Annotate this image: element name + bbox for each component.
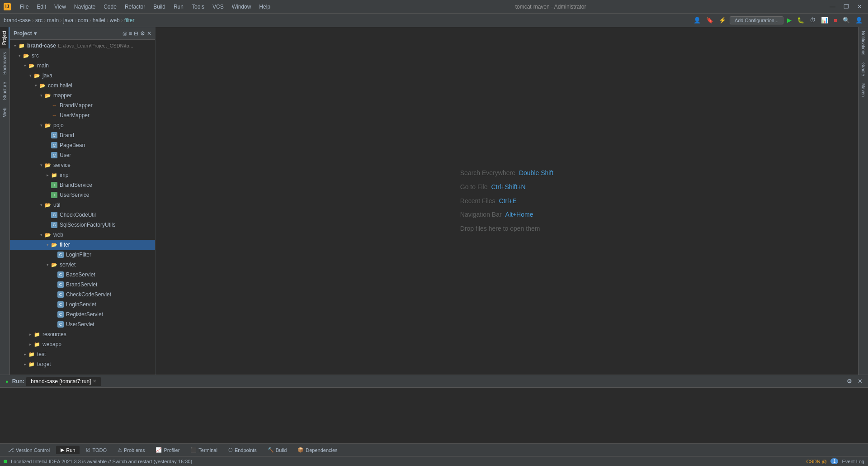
tree-item-brand-service[interactable]: ▸ I BrandService [10, 180, 155, 190]
add-configuration-button[interactable]: Add Configuration... [730, 16, 783, 24]
tree-item-filter[interactable]: ▾ 📂 filter [10, 240, 155, 250]
minimize-button[interactable]: — [827, 2, 838, 11]
sidebar-tab-web[interactable]: Web [0, 104, 9, 120]
tree-item-login-filter[interactable]: ▸ C LoginFilter [10, 250, 155, 260]
right-tab-notifications[interactable]: Notifications [859, 27, 868, 59]
collapse-all-button[interactable]: ⊟ [134, 30, 138, 37]
breadcrumb-brand-case[interactable]: brand-case [4, 17, 31, 24]
file-tree-content[interactable]: ▾ 📁 brand-case E:\Java_Learn\Project_CSD… [10, 40, 155, 375]
build-icon[interactable]: ⚡ [717, 16, 728, 24]
tree-item-target[interactable]: ▸ 📁 target [10, 359, 155, 369]
menu-run[interactable]: Run [170, 3, 187, 11]
tree-item-login-servlet[interactable]: ▸ C LoginServlet [10, 300, 155, 309]
settings-button[interactable]: ⚙ [140, 30, 145, 37]
menu-navigate[interactable]: Navigate [71, 3, 99, 11]
search-everywhere-icon[interactable]: 🔍 [841, 16, 852, 24]
run-tab-close-button[interactable]: ✕ [93, 379, 96, 384]
breadcrumb-main[interactable]: main [47, 17, 59, 24]
tree-item-sql-session-factory-utils[interactable]: ▸ C SqlSessionFactoryUtils [10, 220, 155, 230]
tree-item-servlet[interactable]: ▾ 📂 servlet [10, 260, 155, 270]
menu-edit[interactable]: Edit [33, 3, 50, 11]
tree-item-service[interactable]: ▾ 📂 service [10, 160, 155, 170]
right-tab-gradle[interactable]: Gradle [859, 59, 868, 80]
sidebar-tab-project[interactable]: Project [0, 27, 9, 48]
menu-help[interactable]: Help [255, 3, 274, 11]
tree-item-impl[interactable]: ▸ 📁 impl [10, 170, 155, 180]
tab-terminal[interactable]: ⬛ Terminal [186, 446, 222, 454]
menu-refactor[interactable]: Refactor [121, 3, 149, 11]
tree-item-java[interactable]: ▾ 📂 java [10, 71, 155, 81]
tab-build[interactable]: 🔨 Build [263, 446, 291, 454]
close-panel-button[interactable]: ✕ [147, 30, 151, 37]
tree-item-test[interactable]: ▸ 📁 test [10, 349, 155, 359]
folder-icon-src: 📂 [23, 52, 30, 59]
tree-item-check-code-util[interactable]: ▸ C CheckCodeUtil [10, 210, 155, 220]
event-log-label[interactable]: Event Log [842, 459, 864, 464]
debug-button[interactable]: 🐛 [795, 16, 806, 24]
tree-item-pagebean[interactable]: ▸ C PageBean [10, 140, 155, 150]
bottom-tab-run-instance[interactable]: brand-case [tomcat7:run] ✕ [26, 377, 101, 386]
tree-item-brand-servlet[interactable]: ▸ C BrandServlet [10, 280, 155, 290]
settings-icon-bottom[interactable]: ⚙ [845, 377, 854, 385]
tree-item-user-service[interactable]: ▸ I UserService [10, 190, 155, 200]
menu-code[interactable]: Code [100, 3, 120, 11]
tree-item-mapper[interactable]: ▾ 📂 mapper [10, 90, 155, 100]
sidebar-tab-structure[interactable]: Structure [0, 78, 9, 104]
sidebar-tab-bookmarks[interactable]: Bookmarks [0, 48, 9, 78]
tree-label-user-service: UserService [60, 192, 89, 198]
breadcrumb-com[interactable]: com [78, 17, 88, 24]
menu-window[interactable]: Window [228, 3, 255, 11]
breadcrumb-java[interactable]: java [63, 17, 73, 24]
user-profile-icon[interactable]: 👤 [854, 16, 864, 24]
menu-tools[interactable]: Tools [188, 3, 208, 11]
menu-vcs[interactable]: VCS [209, 3, 227, 11]
menu-file[interactable]: File [16, 3, 32, 11]
close-bottom-panel-button[interactable]: ✕ [856, 377, 864, 385]
menu-view[interactable]: View [51, 3, 70, 11]
tree-item-user[interactable]: ▸ C User [10, 150, 155, 160]
tab-todo[interactable]: ☑ TODO [81, 446, 111, 454]
tab-run[interactable]: ▶ Run [56, 446, 80, 454]
breadcrumb-hailei[interactable]: hailei [93, 17, 105, 24]
bookmark-icon[interactable]: 🔖 [704, 16, 715, 24]
tree-item-user-mapper[interactable]: ▸ ↔ UserMapper [10, 110, 155, 120]
tree-item-brand-mapper[interactable]: ▸ ↔ BrandMapper [10, 100, 155, 110]
menu-build[interactable]: Build [150, 3, 169, 11]
tree-item-check-code-servlet[interactable]: ▸ C CheckCodeServlet [10, 290, 155, 300]
tree-item-main[interactable]: ▾ 📂 main [10, 61, 155, 71]
breadcrumb-filter[interactable]: filter [124, 17, 135, 24]
tab-endpoints[interactable]: ⬡ Endpoints [224, 446, 261, 454]
tree-item-base-servlet[interactable]: ▸ C BaseServlet [10, 270, 155, 280]
close-button[interactable]: ✕ [855, 2, 864, 11]
tab-version-control[interactable]: ⎇ Version Control [4, 446, 54, 454]
locate-file-button[interactable]: ◎ [123, 30, 127, 37]
tree-item-webapp[interactable]: ▸ 📁 webapp [10, 339, 155, 349]
tree-item-brand[interactable]: ▸ C Brand [10, 130, 155, 140]
tree-item-util[interactable]: ▾ 📂 util [10, 200, 155, 210]
tree-item-src[interactable]: ▾ 📂 src [10, 51, 155, 61]
run-button[interactable]: ▶ [785, 16, 793, 24]
coverage-button[interactable]: 📊 [819, 16, 830, 24]
tree-item-pojo[interactable]: ▾ 📂 pojo [10, 120, 155, 130]
tree-item-com-hailei[interactable]: ▾ 📂 com.hailei [10, 81, 155, 90]
tree-item-register-servlet[interactable]: ▸ C RegisterServlet [10, 309, 155, 319]
breadcrumb-web[interactable]: web [110, 17, 120, 24]
expand-all-button[interactable]: ≡ [129, 30, 132, 37]
profile-button[interactable]: ⏱ [808, 16, 817, 24]
notification-badge[interactable]: 1 [830, 458, 839, 464]
tree-item-web[interactable]: ▾ 📂 web [10, 230, 155, 240]
tree-item-brand-case[interactable]: ▾ 📁 brand-case E:\Java_Learn\Project_CSD… [10, 41, 155, 51]
tab-profiler[interactable]: 📈 Profiler [151, 446, 184, 454]
project-panel-dropdown[interactable]: ▾ [34, 30, 37, 37]
breadcrumb-src[interactable]: src [35, 17, 42, 24]
maximize-button[interactable]: ❐ [841, 2, 851, 11]
tree-item-resources[interactable]: ▸ 📁 resources [10, 329, 155, 339]
tree-item-user-servlet[interactable]: ▸ C UserServlet [10, 319, 155, 329]
tab-dependencies[interactable]: 📦 Dependencies [293, 446, 342, 454]
right-tab-maven[interactable]: Maven [859, 80, 868, 100]
tab-problems[interactable]: ⚠ Problems [113, 446, 149, 454]
stop-button[interactable]: ■ [832, 16, 839, 24]
hint-shortcut-nav: Alt+Home [505, 208, 533, 222]
user-icon[interactable]: 👤 [692, 16, 703, 24]
hint-label-recent: Recent Files [460, 194, 495, 208]
